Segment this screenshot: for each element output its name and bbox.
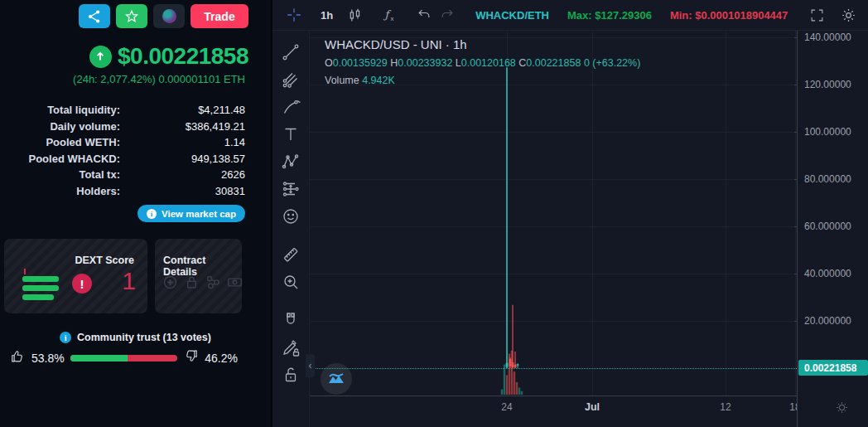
xabcd-pattern-tool[interactable] [278,149,303,174]
token-stats: Total liquidity:$4,211.48Daily volume:$3… [0,102,245,199]
edit-lock-tool[interactable] [278,335,303,360]
trust-bar-up [70,355,128,361]
timeframe-button[interactable]: 1h [321,9,333,22]
min-price-label: Min: $0.0001018904447 [670,9,788,22]
banknote-icon [226,274,244,291]
arrow-up-icon [93,49,108,64]
share-icon [86,8,103,25]
stat-label: Total tx: [0,167,120,183]
time-tick-label: Jul [580,401,605,413]
crosshair-tool-button[interactable] [282,3,306,27]
trust-down-percent: 46.2% [205,352,238,365]
stat-row: Pooled WETH:1.14 [0,134,245,151]
community-trust-label: Community trust (13 votes) [77,332,211,343]
thumb-up-icon [10,348,26,364]
price-tick-label: 80.000000 [804,173,851,185]
candlestick-style-icon [346,7,364,24]
undo-button[interactable] [412,3,436,27]
trade-button[interactable]: Trade [190,4,248,28]
info-icon[interactable]: i [60,332,71,343]
time-tick-label: 12 [713,401,738,413]
view-market-cap-label: View market cap [162,209,236,219]
drawing-toolbar: ‹ [272,31,310,427]
time-tick-label: 24 [494,401,519,413]
price-tick-label: 20.000000 [804,315,851,327]
price-tick-label: 120.00000 [804,79,851,90]
undo-icon [416,7,432,23]
redo-button[interactable] [436,3,459,27]
chart-panel: 1h WHACKD/ETH Max: $127.29306 Min: $0.00… [271,0,868,427]
current-price-badge: 0.00221858 [798,360,868,376]
stat-label: Pooled WETH: [0,134,120,151]
project-logo [162,9,176,23]
stat-label: Total liquidity: [0,102,120,119]
ohlc-readout: O0.00135929 H0.00233932 L0.00120168 C0.0… [325,57,640,69]
stat-value: 949,138.57 [120,151,245,167]
text-tool[interactable] [278,122,303,147]
sun-icon [834,400,850,415]
chart-style-button[interactable] [343,3,366,27]
emoji-icon [281,206,301,226]
price-tick-label: 60.000000 [804,221,851,232]
current-price-line [310,368,797,369]
redo-icon [439,7,456,23]
axis-settings-button[interactable] [834,400,850,419]
time-axis[interactable] [310,395,868,396]
thumb-up-button[interactable] [10,348,26,367]
price-direction-badge [89,46,112,68]
xabcd-pattern-icon [281,152,301,172]
info-icon: i [147,209,157,219]
score-boxes: DEXT Score ! 1 Contract Details [4,239,242,313]
project-link-button[interactable] [153,4,185,28]
share-nodes-icon [205,274,222,291]
magnet-tool[interactable] [278,308,303,332]
forecast-tool[interactable] [278,177,303,201]
pair-symbol: WHACKD/ETH [475,9,549,22]
stat-value: $4,211.48 [120,102,245,119]
pitchfork-tool[interactable] [278,67,303,92]
app-root: Trade $0.00221858 (24h: 2,077.42%) 0.000… [0,0,868,427]
trust-up-percent: 53.8% [31,352,65,365]
price-row: $0.00221858 [89,43,248,70]
toolbar-collapse-button[interactable]: ‹ [306,354,315,377]
contract-details-card[interactable]: Contract Details [155,239,242,313]
stat-row: Pooled WHACKD:949,138.57 [0,151,245,167]
brush-tool[interactable] [278,95,303,119]
stat-row: Daily volume:$386,419.21 [0,119,245,135]
stat-row: Total tx:2626 [0,167,245,183]
indicators-button[interactable] [378,3,401,27]
trend-line-icon [281,42,301,62]
emoji-tool[interactable] [278,204,303,229]
trend-line-tool[interactable] [278,40,303,65]
thumb-down-button[interactable] [183,348,199,367]
dext-score-value: 1 [122,267,136,295]
fullscreen-button[interactable] [805,3,828,27]
edit-lock-icon [281,337,301,357]
price-tick-label: 100.00000 [804,126,851,138]
ruler-tool[interactable] [278,242,303,267]
brush-icon [281,97,301,117]
fullscreen-icon [809,7,825,23]
price-change-line: (24h: 2,077.42%) 0.000001101 ETH [73,73,245,85]
price-tick-label: 40.000000 [804,268,851,279]
community-trust-row: 53.8% 46.2% [10,348,238,367]
pitchfork-icon [281,70,301,90]
zoom-in-icon [281,272,301,292]
contract-icons [162,274,244,291]
zoom-in-tool[interactable] [278,269,303,294]
favorite-button[interactable] [116,4,147,28]
plus-badge-icon [162,274,179,291]
chart-plot-area[interactable]: WHACKD/USD - UNI · 1h O0.00135929 H0.002… [310,31,868,427]
chart-settings-button[interactable] [837,3,860,27]
actions-row: Trade [79,4,248,28]
forecast-icon [281,179,301,199]
stat-row: Holders:30831 [0,183,245,200]
price-tick-label: 140.00000 [804,32,851,43]
unlock-tool[interactable] [278,362,303,387]
unlock-icon [281,365,301,385]
share-button[interactable] [79,4,110,28]
view-market-cap-button[interactable]: i View market cap [137,205,245,222]
stat-value: 1.14 [120,134,245,151]
token-price: $0.00221858 [118,43,248,70]
dext-score-card[interactable]: DEXT Score ! 1 [4,239,147,313]
